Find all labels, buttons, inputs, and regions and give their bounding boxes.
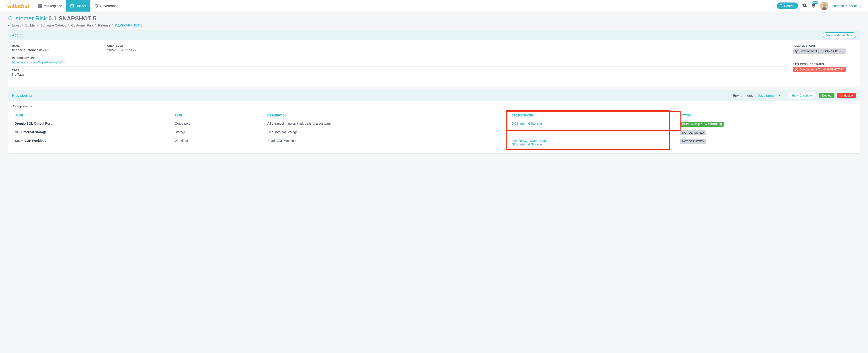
dependency-link[interactable]: GCS Internal Storage — [512, 122, 676, 125]
gear-icon — [802, 3, 807, 9]
page-title: Customer Risk 0.1-SNAPSHOT-5 — [8, 15, 860, 22]
crumb[interactable]: Customer Risk — [71, 23, 93, 27]
svg-point-7 — [780, 4, 782, 6]
alert-circle-icon — [795, 68, 798, 71]
components-table: NAME TYPE DESCRIPTION DEPENDENCIES STATU… — [13, 112, 855, 148]
title-prefix: Customer Risk — [8, 15, 49, 22]
svg-point-0 — [18, 5, 21, 8]
release-status-label: RELEASE STATUS — [793, 44, 856, 47]
topbar-right: Search 99+ Lorenzo Pirazzini ⌄ — [777, 2, 862, 10]
component-status: NOT DEPLOYED — [678, 137, 855, 148]
component-dependencies: Dremio SQL Output PortGCS Internal Stora… — [510, 137, 678, 148]
col-status[interactable]: STATUS — [678, 112, 855, 120]
nav-label: Governance — [100, 4, 119, 8]
crumb[interactable]: Release — [98, 23, 111, 27]
svg-line-8 — [782, 6, 783, 7]
undeploy-button[interactable]: Undeploy — [837, 93, 856, 98]
status-badge: NOT DEPLOYED — [680, 130, 706, 135]
tags-value: No Tags — [12, 72, 783, 76]
svg-rect-2 — [38, 4, 39, 5]
created-label: CREATED AT — [107, 44, 441, 47]
dp-status-pill: Development (0.1-SNAPSHOT-3) — [793, 67, 846, 72]
x-circle-icon — [795, 50, 798, 53]
svg-point-1 — [21, 5, 24, 8]
release-status-pill: Development (0.1-SNAPSHOT-5) — [793, 49, 846, 54]
nav-governance[interactable]: Governance — [90, 0, 123, 11]
settings-button[interactable] — [802, 3, 807, 9]
provisioning-card: Provisioning Environment: Development Sh… — [8, 90, 860, 154]
search-label: Search — [784, 4, 794, 8]
component-name: GCS Internal Storage — [13, 128, 173, 137]
status-badge: NOT DEPLOYED — [680, 139, 706, 144]
svg-rect-5 — [40, 6, 41, 7]
deploy-button[interactable]: Deploy — [819, 93, 834, 98]
title-version: 0.1-SNAPSHOT-5 — [49, 15, 96, 22]
nav-builder[interactable]: Builder — [66, 0, 90, 11]
component-description: All the most important risk traits of a … — [266, 120, 510, 128]
component-name: Dremio SQL Output Port — [13, 120, 173, 128]
table-row: Spark CDP WorkloadWorkloadSpark CDP Work… — [13, 137, 855, 148]
nav-marketplace[interactable]: Marketplace — [34, 0, 66, 11]
release-status-text: Development (0.1-SNAPSHOT-5) — [800, 50, 843, 53]
provisioning-title: Provisioning — [12, 94, 32, 98]
user-menu[interactable]: Lorenzo Pirazzini ⌄ — [832, 4, 862, 8]
dependency-link[interactable]: GCS Internal Storage — [512, 142, 676, 146]
crumb[interactable]: witboost — [8, 23, 21, 27]
col-type[interactable]: TYPE — [173, 112, 266, 120]
repo-label: REPOSITORY LINK — [12, 57, 783, 59]
env-label: Environment: — [733, 94, 753, 97]
components-label: Components — [13, 104, 855, 108]
dependency-link[interactable]: Dremio SQL Output Port — [512, 139, 676, 142]
component-type: Workload — [173, 137, 266, 148]
table-row: Dremio SQL Output PortOutputportAll the … — [13, 120, 855, 128]
search-button[interactable]: Search — [777, 2, 798, 9]
component-type: Outputport — [173, 120, 266, 128]
user-name-label: Lorenzo Pirazzini — [832, 4, 857, 8]
crumb[interactable]: Software Catalog — [40, 23, 66, 27]
environment-select[interactable]: Development — [757, 93, 782, 98]
avatar[interactable] — [820, 2, 828, 10]
logo[interactable]: witbst — [7, 3, 29, 9]
component-description: GCS Internal Storage — [266, 128, 510, 137]
component-type: Storage — [173, 128, 266, 137]
col-description[interactable]: DESCRIPTION — [266, 112, 510, 120]
created-value: 2024/03/28 11:06:29 — [107, 48, 441, 52]
search-icon — [780, 4, 783, 8]
crumb-current: 0.1-SNAPSHOT-5 — [115, 23, 143, 27]
col-name[interactable]: NAME — [13, 112, 173, 120]
name-label: NAME — [12, 44, 98, 47]
component-dependencies — [510, 128, 678, 137]
status-badge: DEPLOYED (0.1-SNAPSHOT-3) — [680, 122, 724, 127]
component-status: NOT DEPLOYED — [678, 128, 855, 137]
provisioning-header: Provisioning Environment: Development Sh… — [8, 90, 860, 101]
about-card: About View in Marketplace NAME finance.c… — [8, 30, 860, 86]
show-descriptor-button[interactable]: Show Descriptor — [788, 93, 816, 98]
component-name: Spark CDP Workload — [13, 137, 173, 148]
topbar: witbst Marketplace Builder Governance Se… — [0, 0, 868, 12]
chevron-down-icon: ⌄ — [859, 4, 862, 8]
grid-icon — [38, 4, 42, 8]
name-value: finance.customer-risk.0.1 — [12, 48, 98, 52]
nav-label: Marketplace — [43, 4, 62, 8]
col-dependencies[interactable]: DEPENDENCIES — [510, 112, 678, 120]
dp-status-label: DATA PRODUCT STATUS — [793, 63, 856, 65]
repo-link[interactable]: https://gitlab.com/AgileFactory/W… — [12, 60, 783, 64]
shield-icon — [94, 4, 98, 8]
dp-status-text: Development (0.1-SNAPSHOT-3) — [800, 68, 843, 71]
component-description: Spark CDP Workload — [266, 137, 510, 148]
table-row: GCS Internal StorageStorageGCS Internal … — [13, 128, 855, 137]
page-content: Customer Risk 0.1-SNAPSHOT-5 witboost/ B… — [0, 12, 868, 164]
nav-label: Builder — [76, 4, 86, 8]
breadcrumb: witboost/ Builder/ Software Catalog/ Cus… — [8, 23, 860, 27]
about-header: About View in Marketplace — [8, 30, 860, 40]
view-marketplace-button[interactable]: View in Marketplace — [823, 32, 856, 38]
component-dependencies: GCS Internal Storage — [510, 120, 678, 128]
about-title: About — [12, 33, 22, 37]
code-icon — [70, 4, 74, 8]
notifications-button[interactable]: 99+ — [811, 3, 816, 9]
svg-rect-4 — [38, 6, 39, 7]
crumb[interactable]: Builder — [25, 23, 36, 27]
svg-rect-3 — [40, 4, 41, 5]
tags-label: TAGS — [12, 69, 783, 72]
notification-badge: 99+ — [812, 1, 818, 4]
